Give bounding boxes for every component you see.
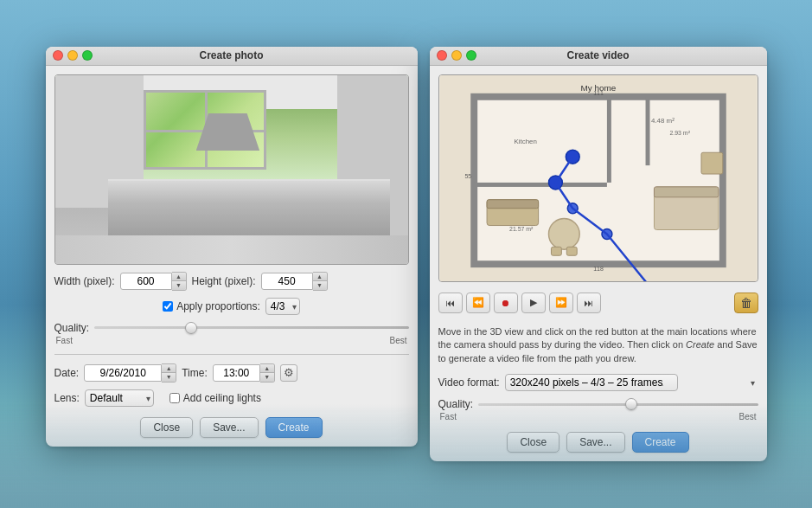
fast-forward-button[interactable]: ⏩ (549, 293, 573, 313)
photo-maximize-button[interactable] (82, 50, 93, 61)
photo-create-btn[interactable]: Create (265, 417, 323, 438)
kitchen-preview (55, 75, 408, 264)
time-label: Time: (182, 367, 208, 379)
dimensions-row: Width (pixel): ▲ ▼ Height (pixel): ▲ ▼ (54, 272, 409, 291)
quality-slider[interactable] (94, 326, 408, 329)
video-quality-section: Quality: Fast Best (438, 398, 758, 421)
format-select[interactable]: 320x240 pixels – 4/3 – 25 frames/s... (505, 374, 678, 391)
svg-rect-2 (474, 97, 723, 264)
svg-point-13 (548, 219, 579, 250)
separator-1 (54, 354, 409, 355)
clear-path-button[interactable]: 🗑 (734, 293, 758, 313)
width-stepper-buttons: ▲ ▼ (172, 272, 187, 291)
svg-rect-14 (551, 247, 561, 255)
svg-rect-18 (701, 152, 723, 174)
apply-proportions-checkbox[interactable] (163, 301, 173, 312)
ceiling-lights-checkbox[interactable] (169, 393, 180, 403)
skip-back-start-button[interactable]: ⏮ (438, 293, 463, 313)
svg-rect-12 (487, 200, 539, 209)
svg-text:4.48 m²: 4.48 m² (650, 116, 674, 124)
proportions-checkbox-wrap: Apply proportions: (163, 300, 260, 312)
datetime-row: Date: ▲ ▼ Time: ▲ ▼ ⚙ (54, 363, 409, 383)
skip-forward-end-button[interactable]: ⏭ (577, 293, 601, 313)
svg-text:2.93 m²: 2.93 m² (669, 130, 690, 136)
record-button[interactable]: ⏺ (494, 293, 518, 313)
time-stepper: ▲ ▼ (213, 363, 275, 383)
date-down-button[interactable]: ▼ (162, 373, 176, 382)
quality-fast-label: Fast (56, 336, 73, 345)
video-window-title: Create video (566, 49, 629, 61)
video-close-btn[interactable]: Close (507, 432, 559, 453)
video-title-bar: Create video (430, 47, 767, 66)
quality-labels: Fast Best (54, 336, 409, 345)
svg-rect-15 (566, 247, 577, 255)
width-up-button[interactable]: ▲ (172, 273, 186, 281)
width-label: Width (pixel): (54, 275, 115, 287)
height-up-button[interactable]: ▲ (313, 273, 327, 281)
photo-close-btn[interactable]: Close (140, 417, 193, 438)
date-label: Date: (54, 367, 80, 379)
play-button[interactable]: ▶ (521, 293, 546, 313)
apply-proportions-label: Apply proportions: (176, 300, 260, 312)
height-down-button[interactable]: ▼ (313, 281, 327, 290)
quality-row: Quality: (54, 322, 409, 334)
date-stepper-buttons: ▲ ▼ (162, 363, 176, 383)
svg-point-22 (566, 150, 579, 164)
proportions-select-wrap[interactable]: 4/3 (265, 298, 300, 315)
photo-save-btn[interactable]: Save... (200, 417, 258, 438)
quality-section: Quality: Fast Best (54, 322, 409, 345)
create-photo-window: Create photo (46, 47, 418, 447)
svg-rect-5 (645, 97, 649, 165)
date-stepper: ▲ ▼ (84, 363, 176, 383)
svg-text:55: 55 (464, 173, 471, 179)
video-minimize-button[interactable] (451, 50, 462, 61)
video-quality-fast-label: Fast (440, 412, 457, 421)
video-button-row: Close Save... Create (438, 428, 758, 453)
video-close-button[interactable] (437, 50, 447, 61)
date-input[interactable] (84, 364, 162, 382)
time-down-button[interactable]: ▼ (260, 373, 274, 382)
video-quality-label: Quality: (438, 398, 474, 410)
photo-minimize-button[interactable] (67, 50, 78, 61)
format-row: Video format: 320x240 pixels – 4/3 – 25 … (438, 374, 758, 391)
video-save-btn[interactable]: Save... (566, 432, 624, 453)
instruction-text: Move in the 3D view and click on the red… (438, 324, 758, 367)
proportions-select[interactable]: 4/3 (265, 298, 300, 315)
quality-best-label: Best (389, 336, 406, 345)
time-stepper-buttons: ▲ ▼ (260, 363, 275, 383)
lens-select[interactable]: Default (85, 389, 154, 407)
svg-text:21.57 m²: 21.57 m² (509, 226, 534, 232)
lens-select-wrap[interactable]: Default (85, 389, 154, 407)
photo-window-title: Create photo (199, 49, 263, 61)
width-input[interactable] (120, 273, 172, 290)
photo-close-button[interactable] (53, 50, 63, 61)
format-label: Video format: (438, 376, 500, 389)
video-controls: ⏮ ⏪ ⏺ ▶ ⏩ ⏭ 🗑 (438, 289, 758, 317)
proportions-row: Apply proportions: 4/3 (54, 298, 409, 315)
kitchen-floor (55, 235, 408, 264)
format-select-wrap[interactable]: 320x240 pixels – 4/3 – 25 frames/s... (505, 374, 758, 391)
date-up-button[interactable]: ▲ (162, 364, 176, 373)
floorplan-area: My home Kitchen 4.48 m² 2.93 m² Liv (438, 74, 758, 282)
svg-rect-17 (654, 187, 718, 197)
lens-label: Lens: (54, 392, 80, 404)
video-quality-row: Quality: (438, 398, 758, 410)
height-stepper: ▲ ▼ (261, 272, 328, 291)
height-input[interactable] (261, 273, 313, 290)
width-stepper: ▲ ▼ (120, 272, 187, 291)
height-label: Height (pixel): (192, 275, 256, 287)
time-input[interactable] (213, 364, 260, 382)
svg-rect-3 (606, 97, 611, 183)
rewind-button[interactable]: ⏪ (466, 293, 490, 313)
height-stepper-buttons: ▲ ▼ (313, 272, 328, 291)
video-maximize-button[interactable] (466, 50, 476, 61)
time-up-button[interactable]: ▲ (260, 364, 274, 373)
video-create-btn[interactable]: Create (632, 432, 689, 453)
svg-rect-4 (474, 183, 607, 187)
svg-text:Kitchen: Kitchen (514, 138, 536, 145)
time-settings-button[interactable]: ⚙ (280, 364, 297, 382)
ceiling-lights-label: Add ceiling lights (183, 392, 261, 404)
video-quality-slider[interactable] (478, 403, 758, 406)
kitchen-counter (108, 179, 390, 235)
width-down-button[interactable]: ▼ (172, 281, 186, 290)
